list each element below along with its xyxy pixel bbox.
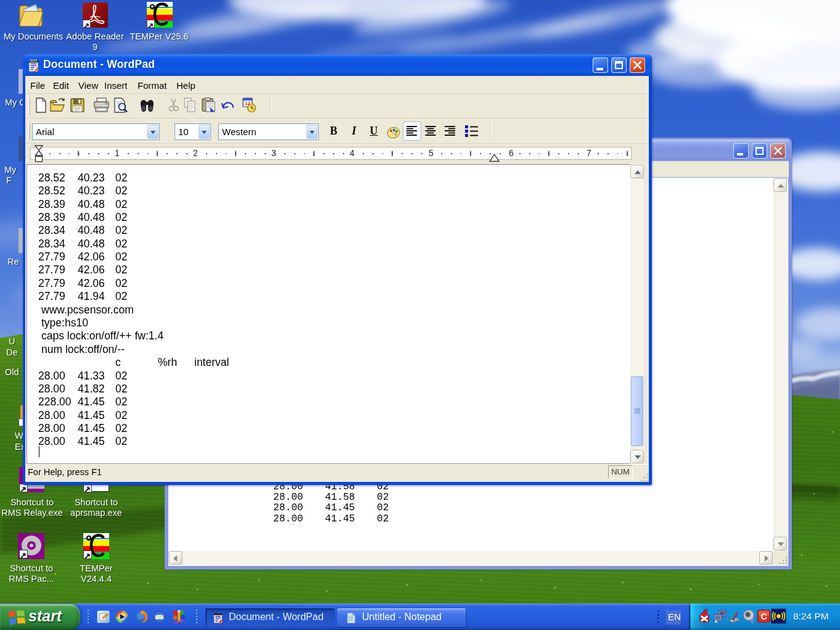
svg-text:C: C <box>760 611 767 621</box>
